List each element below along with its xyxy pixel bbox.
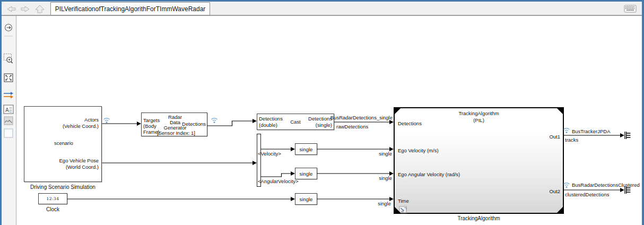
port-label-ego-coord: (World Coord.) — [66, 164, 99, 170]
port-label-out2: Out2 — [549, 188, 560, 194]
port-label-in-ego-velocity: Ego Velocity (m/s) — [398, 148, 439, 153]
port-label-ego-pose: Ego Vehicle Pose — [59, 158, 99, 163]
signal-label-single-1: single — [339, 151, 392, 157]
scenario-label: scenario — [54, 140, 73, 146]
driving-scenario-caption: Driving Scenario Simulation — [24, 184, 102, 190]
clock-caption: Clock — [38, 206, 67, 212]
radar-sensor-index: [Sensor Index: 1] — [155, 130, 197, 136]
zoom-region-icon[interactable] — [4, 54, 13, 64]
back-arrow-icon — [5, 4, 18, 14]
signal-label-raw-detections: rawDetections — [336, 124, 368, 129]
signal-label-tracks: tracks — [565, 137, 578, 143]
data-type-conversion-block-2[interactable]: single — [295, 168, 317, 179]
data-type-conversion-block-1[interactable]: single — [295, 143, 317, 155]
port-label-targets: Targets — [143, 117, 160, 123]
breadcrumb-tab[interactable]: PILVerificationofTrackingAlgorithForTImm… — [50, 2, 210, 15]
signal-label-bus-clustered: BusRadarDetectionsClustered — [572, 182, 640, 188]
cast-out-type: (single) — [316, 122, 332, 128]
clock-block[interactable]: 12:34 — [38, 193, 67, 204]
conversion-label: single — [300, 171, 313, 177]
keyboard-icon — [623, 4, 638, 13]
clock-display: 12:34 — [46, 196, 59, 201]
conversion-label: single — [300, 146, 313, 152]
canvas-palette: A — [2, 16, 16, 225]
port-label-in-ego-angular: Ego Angular Velocity (rad/s) — [398, 171, 460, 177]
svg-text:A: A — [5, 107, 9, 113]
area-annotation-icon[interactable] — [4, 129, 13, 137]
conversion-label: single — [300, 196, 313, 202]
fit-to-view-icon[interactable] — [4, 74, 13, 82]
port-label-actors: Actors — [84, 117, 99, 123]
tracking-algorithm-caption: TrackingAlgorithm — [394, 215, 564, 221]
keyboard-shortcuts-button[interactable] — [623, 4, 638, 13]
signal-label-single-2: single — [339, 175, 392, 181]
radar-data-generator-block[interactable]: Targets (Body Frame) Radar Data Generato… — [141, 112, 207, 136]
port-label-in-time: Time — [398, 198, 409, 204]
image-annotation-icon[interactable] — [4, 117, 13, 125]
up-arrow-icon — [33, 4, 46, 14]
text-annotation-icon[interactable]: A — [4, 105, 13, 114]
back-button[interactable] — [5, 4, 18, 14]
tracking-title: TrackingAlgorithm — [395, 110, 563, 116]
tracking-algorithm-block[interactable]: TrackingAlgorithm (PIL) Detections Ego V… — [394, 107, 564, 214]
port-label-detections-out: Detections — [182, 121, 206, 127]
port-label-body: (Body — [143, 123, 156, 129]
forward-arrow-icon — [19, 4, 32, 14]
angular-velocity-signal-label: <AngularVelocity> — [258, 178, 299, 184]
model-title: PILVerificationofTrackingAlgorithForTImm… — [55, 5, 206, 13]
port-label-in-detections: Detections — [398, 120, 422, 126]
data-type-conversion-block-3[interactable]: single — [295, 193, 317, 205]
window-border-right — [642, 0, 644, 225]
hide-bar-icon[interactable] — [5, 24, 12, 31]
up-to-parent-button[interactable] — [33, 4, 46, 14]
simulink-window: PILVerificationofTrackingAlgorithForTImm… — [0, 0, 644, 225]
signal-label-clustered-detections: clusteredDetections — [565, 192, 609, 197]
port-label-out1: Out1 — [549, 134, 560, 140]
signal-label-bus-radar-single: BusRadarDetections_single — [286, 115, 393, 120]
signal-label-single-3: single — [338, 201, 391, 206]
forward-button[interactable] — [19, 4, 32, 14]
velocity-signal-label: <Velocity> — [258, 151, 281, 157]
signal-label-bus-tracker-jpda: BusTrackerJPDA — [572, 128, 611, 134]
port-label-actors-coord: (Vehicle Coord.) — [63, 123, 99, 129]
driving-scenario-block[interactable]: Actors (Vehicle Coord.) scenario Ego Veh… — [24, 106, 102, 182]
navigation-toolbar: PILVerificationofTrackingAlgorithForTImm… — [2, 2, 642, 16]
pil-badge-icon — [399, 205, 408, 214]
route-signals-icon[interactable] — [4, 92, 13, 99]
